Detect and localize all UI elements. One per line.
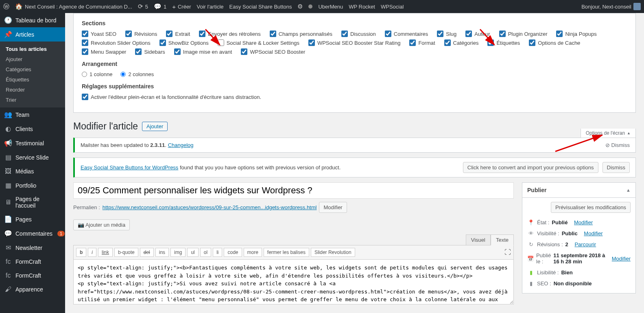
menu-comments[interactable]: 💬Commentaires1: [0, 226, 65, 241]
screen-option-checkbox[interactable]: Ninja Popups: [556, 31, 596, 37]
quicktag-button[interactable]: more: [244, 248, 262, 257]
dismiss-notice-button[interactable]: Dismiss: [603, 162, 630, 173]
quicktag-button[interactable]: i: [88, 248, 96, 257]
layout-2col[interactable]: 2 colonnes: [120, 71, 154, 77]
menu-formcraft-1[interactable]: fcFormCraft: [0, 255, 65, 269]
browse-revisions-link[interactable]: Parcourir: [574, 241, 596, 247]
screen-option-checkbox[interactable]: Sidebars: [135, 48, 165, 55]
quicktag-button[interactable]: ol: [200, 248, 211, 257]
screen-options-panel: Sections Yoast SEORévisionsExtraitEnvoye…: [73, 13, 636, 113]
account-link[interactable]: Bonjour, Next-conseil: [581, 3, 641, 10]
screen-option-checkbox[interactable]: Format: [409, 39, 435, 46]
submenu-add-post[interactable]: Ajouter: [0, 54, 65, 64]
menu-appearance[interactable]: 🖌Apparence: [0, 282, 65, 296]
screen-option-checkbox[interactable]: ShowBiz Options: [159, 39, 209, 46]
screen-option-checkbox[interactable]: Commentaires: [385, 31, 428, 37]
screen-option-checkbox[interactable]: Revolution Slider Options: [82, 39, 151, 46]
submenu-sort[interactable]: Trier: [0, 95, 65, 105]
menu-dashboard[interactable]: 🕐Tableau de bord: [0, 13, 65, 27]
quicktag-button[interactable]: img: [170, 248, 186, 257]
admin-sidebar: 🕐Tableau de bord 📌Articles Tous les arti…: [0, 13, 65, 313]
menu-service-slide[interactable]: ▤Service Slide: [0, 150, 65, 164]
screen-option-checkbox[interactable]: Yoast SEO: [82, 31, 116, 37]
fullscreen-editor-checkbox[interactable]: Activer l'éditeur plein-écran et la fonc…: [82, 94, 261, 100]
screen-options-tab[interactable]: Options de l'écran▲: [581, 129, 636, 138]
menu-media[interactable]: 🖼Médias: [0, 164, 65, 178]
quicktag-button[interactable]: ins: [155, 248, 169, 257]
new-content-link[interactable]: +Créer: [172, 3, 191, 10]
screen-option-checkbox[interactable]: Auteur: [465, 31, 490, 37]
dismiss-notice-button[interactable]: ⊘Dismiss: [605, 142, 630, 148]
comments-link[interactable]: 💬1: [154, 3, 166, 10]
editor-textarea[interactable]: <p style="text-align: justify;"><b>Fanta…: [73, 260, 514, 304]
extra-settings-heading: Réglages supplémentaires: [82, 83, 627, 90]
menu-portfolio[interactable]: ▦Portfolio: [0, 178, 65, 193]
screen-option-checkbox[interactable]: Image mise en avant: [174, 48, 232, 55]
quicktag-button[interactable]: b: [76, 248, 86, 257]
quicktag-button[interactable]: code: [224, 248, 242, 257]
menu-pages[interactable]: 📄Pages: [0, 212, 65, 226]
screen-option-checkbox[interactable]: Plugin Organizer: [499, 31, 548, 37]
submenu-all-posts[interactable]: Tous les articles: [0, 44, 65, 54]
essb-link[interactable]: Easy Social Share Buttons: [229, 4, 292, 10]
screen-option-checkbox[interactable]: Slug: [437, 31, 456, 37]
tab-visual[interactable]: Visuel: [466, 234, 491, 245]
submenu-reorder[interactable]: Reorder: [0, 85, 65, 95]
menu-formcraft-2[interactable]: fcFormCraft: [0, 269, 65, 282]
edit-permalink-button[interactable]: Modifier: [319, 202, 347, 213]
notice-essb: Easy Social Share Buttons for WordPress …: [73, 158, 636, 177]
menu-posts[interactable]: 📌Articles: [0, 27, 65, 42]
quicktag-button[interactable]: b-quote: [114, 248, 138, 257]
convert-options-button[interactable]: Click here to convert and import your pr…: [463, 162, 598, 173]
layout-1col[interactable]: 1 colonne: [82, 71, 112, 77]
screen-option-checkbox[interactable]: Envoyer des rétroliens: [199, 31, 260, 37]
menu-testimonial[interactable]: 📢Testimonial: [0, 136, 65, 150]
screen-option-checkbox[interactable]: WPSocial SEO Booster: [241, 48, 305, 55]
submenu-tags[interactable]: Étiquettes: [0, 74, 65, 85]
menu-home-pages[interactable]: 🖥Pages de l'accueil: [0, 193, 65, 212]
quicktag-button[interactable]: ul: [187, 248, 198, 257]
screen-option-checkbox[interactable]: Discussion: [341, 31, 376, 37]
preview-button[interactable]: Prévisualiser les modifications: [551, 202, 631, 213]
quicktag-button[interactable]: Slider Revolution: [311, 248, 355, 257]
fullscreen-icon[interactable]: ⛶: [504, 249, 511, 256]
screen-option-checkbox[interactable]: Options de Cache: [529, 39, 580, 46]
essb-link[interactable]: Easy Social Share Buttons for WordPress: [81, 164, 178, 171]
submenu-categories[interactable]: Catégories: [0, 64, 65, 74]
view-post-link[interactable]: Voir l'article: [197, 4, 224, 10]
edit-status-link[interactable]: Modifier: [574, 219, 593, 225]
screen-option-checkbox[interactable]: Catégories: [444, 39, 479, 46]
quicktag-button[interactable]: li: [213, 248, 222, 257]
wpsocial-link[interactable]: WPSocial: [381, 4, 404, 10]
screen-option-checkbox[interactable]: Menu Swapper: [82, 48, 126, 55]
edit-visibility-link[interactable]: Modifier: [584, 230, 603, 236]
updates-link[interactable]: ⟳5: [138, 3, 148, 10]
add-media-button[interactable]: 📷 Ajouter un média: [73, 219, 130, 230]
screen-option-checkbox[interactable]: Social Share & Locker Settings: [218, 39, 299, 46]
screen-option-checkbox[interactable]: Champs personnalisés: [270, 31, 332, 37]
ubermenu-link[interactable]: UberMenu: [318, 4, 343, 10]
quicktag-button[interactable]: del: [140, 248, 154, 257]
menu-newsletter[interactable]: ✉Newsletter: [0, 241, 65, 255]
publish-box-header[interactable]: Publier▲: [522, 183, 635, 198]
changelog-link[interactable]: Changelog: [168, 142, 194, 148]
screen-option-checkbox[interactable]: WPSocial SEO Booster Star Rating: [308, 39, 400, 46]
wp-logo[interactable]: ⓦ: [3, 3, 9, 11]
menu-clients[interactable]: ◐Clients: [0, 122, 65, 136]
site-link[interactable]: 🏠Next Conseil : Agence de Communication …: [15, 3, 132, 10]
quicktag-button[interactable]: fermer les balises: [264, 248, 309, 257]
plugin-icon[interactable]: ⚙: [297, 3, 303, 10]
add-new-button[interactable]: Ajouter: [142, 122, 168, 131]
wprocket-link[interactable]: WP Rocket: [349, 4, 375, 10]
screen-option-checkbox[interactable]: Révisions: [125, 31, 157, 37]
permalink-link[interactable]: https://www.nextconseil.com/astuces/word…: [103, 204, 317, 210]
tab-text[interactable]: Texte: [491, 234, 514, 245]
quicktag-button[interactable]: link: [98, 248, 113, 257]
screen-option-checkbox[interactable]: Extrait: [166, 31, 190, 37]
screen-option-checkbox[interactable]: Étiquettes: [487, 39, 520, 46]
post-title-input[interactable]: [73, 182, 514, 199]
edit-date-link[interactable]: Modifier: [612, 256, 631, 262]
publish-box: Publier▲ Prévisualiser les modifications…: [522, 182, 636, 293]
menu-team[interactable]: 👥Team: [0, 107, 65, 122]
calendar-icon: 📅: [527, 256, 534, 262]
